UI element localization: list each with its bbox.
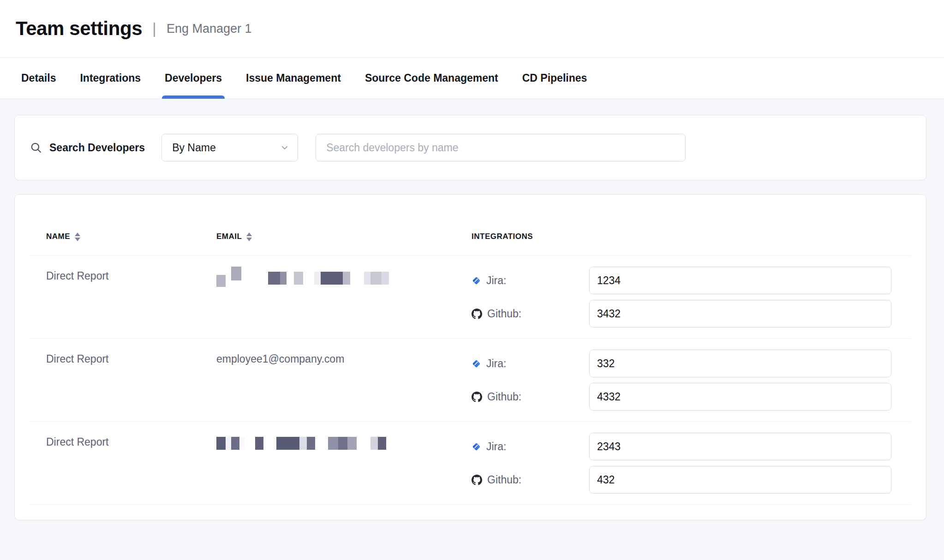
search-developers-label: Search Developers [49,142,145,154]
table-row: Direct Report Jira: [30,422,911,505]
jira-icon [472,442,481,452]
github-icon [472,309,482,319]
tab-details[interactable]: Details [21,58,56,99]
search-input[interactable] [316,134,686,161]
redacted-email [216,436,472,451]
sort-icon-email[interactable] [246,232,252,241]
search-filter-select[interactable]: By Name [161,134,298,161]
tab-source-code-management[interactable]: Source Code Management [365,58,498,99]
jira-label: Jira: [486,274,506,287]
github-id-input[interactable] [589,383,891,411]
github-integration-row: Github: [472,466,911,494]
search-card: Search Developers By Name [14,115,926,180]
name-cell: Direct Report [30,339,216,421]
tab-bar: Details Integrations Developers Issue Ma… [0,58,944,99]
github-label: Github: [487,308,521,320]
github-label: Github: [487,391,521,403]
column-header-integrations: INTEGRATIONS [472,232,911,241]
tab-integrations[interactable]: Integrations [80,58,141,99]
column-header-name[interactable]: NAME [30,232,216,241]
jira-label: Jira: [486,441,506,453]
sort-asc-arrow [246,232,252,236]
name-cell: Direct Report [30,422,216,504]
github-integration-row: Github: [472,300,911,328]
jira-integration-row: Jira: [472,267,911,294]
jira-id-input[interactable] [589,267,891,294]
name-cell: Direct Report [30,256,216,338]
page-subtitle: Eng Manager 1 [167,22,252,36]
jira-integration-row: Jira: [472,433,911,460]
main-content: Search Developers By Name NAME EMAIL [0,99,944,520]
tab-issue-management[interactable]: Issue Management [246,58,341,99]
sort-asc-arrow [75,232,80,236]
column-header-email[interactable]: EMAIL [216,232,472,241]
jira-id-input[interactable] [589,433,891,460]
sort-desc-arrow [75,238,80,241]
github-integration-row: Github: [472,383,911,411]
jira-icon [472,276,481,286]
jira-label: Jira: [486,357,506,370]
page-title: Team settings [16,18,142,40]
search-icon [30,142,42,154]
email-cell [216,422,472,504]
table-row: Direct Report employee1@company.com Jira… [30,339,911,422]
jira-id-input[interactable] [589,350,891,377]
table-header-row: NAME EMAIL INTEGRATIONS [30,195,911,256]
title-divider: | [152,19,156,37]
email-cell [216,256,472,338]
search-filter-value: By Name [172,142,216,154]
sort-icon-name[interactable] [75,232,80,241]
chevron-down-icon [280,143,289,152]
developers-table: NAME EMAIL INTEGRATIONS Direct Report [14,194,926,520]
tab-developers[interactable]: Developers [165,58,222,99]
jira-icon [472,359,481,369]
github-id-input[interactable] [589,300,891,328]
integrations-cell: Jira: Github: [472,256,911,338]
github-label: Github: [487,474,521,486]
integrations-cell: Jira: Github: [472,339,911,421]
app-header: Team settings | Eng Manager 1 [0,0,944,58]
email-cell: employee1@company.com [216,339,472,421]
tab-cd-pipelines[interactable]: CD Pipelines [522,58,587,99]
github-id-input[interactable] [589,466,891,494]
github-icon [472,475,482,485]
jira-integration-row: Jira: [472,350,911,377]
github-icon [472,392,482,402]
integrations-cell: Jira: Github: [472,422,911,504]
redacted-email [216,270,472,285]
table-row: Direct Report Jira: [30,256,911,339]
sort-desc-arrow [246,238,252,241]
